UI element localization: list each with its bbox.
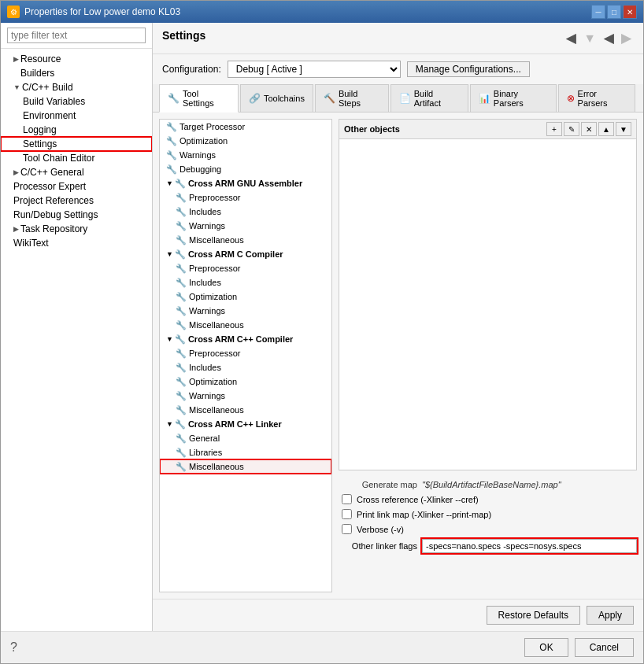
tool-item-cpp-optimization[interactable]: 🔧 Optimization xyxy=(160,374,331,389)
tool-item-label: Warnings xyxy=(189,221,225,231)
other-linker-flags-input[interactable] xyxy=(422,539,637,553)
tool-icon: 🔧 xyxy=(176,348,187,359)
tool-icon: 🔧 xyxy=(176,234,187,245)
config-select[interactable]: Debug [ Active ] xyxy=(228,61,401,78)
tool-item-cpp-includes[interactable]: 🔧 Includes xyxy=(160,360,331,374)
sidebar: ▶ Resource ▶ Builders ▼ C/C++ Build Buil… xyxy=(1,23,153,631)
sidebar-item-label: Settings xyxy=(23,138,57,149)
settings-title: Settings xyxy=(162,29,205,42)
tool-item-asm-warnings[interactable]: 🔧 Warnings xyxy=(160,219,331,233)
tab-toolchains[interactable]: 🔗 Toolchains xyxy=(240,84,313,112)
tool-item-asm-misc[interactable]: 🔧 Miscellaneous xyxy=(160,233,331,247)
sidebar-item-ccpp-build[interactable]: ▼ C/C++ Build xyxy=(1,80,152,94)
help-icon[interactable]: ? xyxy=(10,640,17,655)
sidebar-item-run-debug[interactable]: Run/Debug Settings xyxy=(1,208,152,222)
tool-item-label: Preprocessor xyxy=(189,349,240,358)
tool-item-c-optimization[interactable]: 🔧 Optimization xyxy=(160,290,331,304)
tool-item-c-compiler[interactable]: ▼ 🔧 Cross ARM C Compiler xyxy=(160,247,331,261)
up-button[interactable]: ▲ xyxy=(598,122,614,136)
cross-reference-checkbox[interactable] xyxy=(342,494,352,504)
ok-button[interactable]: OK xyxy=(524,638,568,657)
tool-icon: 🔧 xyxy=(176,447,187,458)
window-title: Properties for Low power demo KL03 xyxy=(24,6,180,17)
maximize-button[interactable]: □ xyxy=(607,5,621,19)
tool-item-debugging[interactable]: 🔧 Debugging xyxy=(160,162,331,176)
edit-button[interactable]: ✎ xyxy=(564,122,579,136)
tool-item-asm-includes[interactable]: 🔧 Includes xyxy=(160,205,331,219)
tool-item-cpp-warnings[interactable]: 🔧 Warnings xyxy=(160,389,331,403)
tool-item-warnings[interactable]: 🔧 Warnings xyxy=(160,148,331,162)
dialog-bottom: ? OK Cancel xyxy=(1,631,643,663)
sidebar-item-wikitext[interactable]: WikiText xyxy=(1,236,152,250)
print-link-map-row: Print link map (-Xlinker --print-map) xyxy=(339,509,637,519)
apply-button[interactable]: Apply xyxy=(587,606,634,625)
sidebar-item-environment[interactable]: Environment xyxy=(1,109,152,123)
sidebar-item-settings[interactable]: Settings xyxy=(1,137,152,151)
forward-arrow[interactable]: ▼ xyxy=(580,30,599,47)
filter-input[interactable] xyxy=(7,28,146,43)
tool-item-label: Preprocessor xyxy=(189,193,240,202)
tool-item-linker-libraries[interactable]: 🔧 Libraries xyxy=(160,445,331,459)
tab-binary-parsers[interactable]: 📊 Binary Parsers xyxy=(470,84,557,112)
sidebar-item-build-variables[interactable]: Build Variables xyxy=(1,94,152,109)
tab-tool-settings[interactable]: 🔧 Tool Settings xyxy=(159,84,239,113)
tool-item-c-warnings[interactable]: 🔧 Warnings xyxy=(160,304,331,318)
tool-item-cpp-compiler[interactable]: ▼ 🔧 Cross ARM C++ Compiler xyxy=(160,332,331,346)
sidebar-item-builders[interactable]: ▶ Builders xyxy=(1,66,152,80)
tool-icon: 🔧 xyxy=(176,376,187,387)
add-button[interactable]: + xyxy=(546,122,562,136)
sidebar-item-task-repository[interactable]: ▶ Task Repository xyxy=(1,222,152,236)
settings-header: Settings ◀ ▼ ◀ ▶ xyxy=(153,23,643,54)
down-button[interactable]: ▼ xyxy=(616,122,631,136)
tool-item-label: Includes xyxy=(189,278,221,287)
tool-item-label: Miscellaneous xyxy=(189,235,244,245)
back-arrow[interactable]: ◀ xyxy=(563,29,579,47)
print-link-map-label: Print link map (-Xlinker --print-map) xyxy=(357,510,491,519)
panel-body: 🔧 Target Processor 🔧 Optimization 🔧 Warn… xyxy=(153,113,643,599)
sidebar-item-logging[interactable]: Logging xyxy=(1,123,152,137)
arrow-icon: ▶ xyxy=(13,55,19,63)
tool-item-label: Optimization xyxy=(189,377,237,386)
tab-error-parsers[interactable]: ⊗ Error Parsers xyxy=(558,84,635,112)
tool-item-c-preprocessor[interactable]: 🔧 Preprocessor xyxy=(160,261,331,275)
tool-item-cpp-preprocessor[interactable]: 🔧 Preprocessor xyxy=(160,346,331,360)
bottom-buttons: Restore Defaults Apply xyxy=(153,599,643,631)
tool-item-c-includes[interactable]: 🔧 Includes xyxy=(160,275,331,290)
tool-icon: 🔧 xyxy=(166,121,177,132)
cancel-button[interactable]: Cancel xyxy=(575,638,634,657)
tool-item-linker-misc[interactable]: 🔧 Miscellaneous xyxy=(160,459,331,474)
sidebar-item-label: Tool Chain Editor xyxy=(23,153,94,164)
sidebar-item-toolchain-editor[interactable]: Tool Chain Editor xyxy=(1,151,152,165)
print-link-map-checkbox[interactable] xyxy=(342,509,352,519)
tool-item-asm-preprocessor[interactable]: 🔧 Preprocessor xyxy=(160,190,331,205)
tool-item-gnu-assembler[interactable]: ▼ 🔧 Cross ARM GNU Assembler xyxy=(160,176,331,190)
main-content: ▶ Resource ▶ Builders ▼ C/C++ Build Buil… xyxy=(1,23,643,631)
minimize-button[interactable]: ─ xyxy=(591,5,605,19)
tool-item-label: Optimization xyxy=(180,136,228,146)
tool-item-target-processor[interactable]: 🔧 Target Processor xyxy=(160,120,331,134)
arrow-icon: ▼ xyxy=(166,250,173,258)
verbose-checkbox[interactable] xyxy=(342,524,352,534)
tool-item-cpp-misc[interactable]: 🔧 Miscellaneous xyxy=(160,403,331,417)
close-button[interactable]: ✕ xyxy=(623,5,637,19)
down-arrow[interactable]: ◀ xyxy=(601,29,616,47)
sidebar-item-ccpp-general[interactable]: ▶ C/C++ General xyxy=(1,165,152,179)
sidebar-item-resource[interactable]: ▶ Resource xyxy=(1,52,152,66)
tab-build-artifact[interactable]: 📄 Build Artifact xyxy=(390,84,468,112)
tool-item-cpp-linker[interactable]: ▼ 🔧 Cross ARM C++ Linker xyxy=(160,417,331,431)
tool-item-optimization[interactable]: 🔧 Optimization xyxy=(160,134,331,148)
tool-icon: 🔧 xyxy=(176,461,187,472)
nav-arrow-right[interactable]: ▶ xyxy=(618,29,634,47)
tool-settings-icon: 🔧 xyxy=(168,93,180,104)
window-icon: ⚙ xyxy=(7,6,20,18)
tool-icon: 🔧 xyxy=(176,291,187,302)
tab-build-steps[interactable]: 🔨 Build Steps xyxy=(315,84,389,112)
tool-item-c-misc[interactable]: 🔧 Miscellaneous xyxy=(160,318,331,332)
tool-item-label: Warnings xyxy=(180,150,216,160)
sidebar-item-processor-expert[interactable]: Processor Expert xyxy=(1,179,152,194)
sidebar-item-project-references[interactable]: Project References xyxy=(1,194,152,208)
tool-item-linker-general[interactable]: 🔧 General xyxy=(160,431,331,445)
restore-defaults-button[interactable]: Restore Defaults xyxy=(487,606,580,625)
manage-configurations-button[interactable]: Manage Configurations... xyxy=(407,61,530,77)
delete-button[interactable]: ✕ xyxy=(581,122,597,136)
